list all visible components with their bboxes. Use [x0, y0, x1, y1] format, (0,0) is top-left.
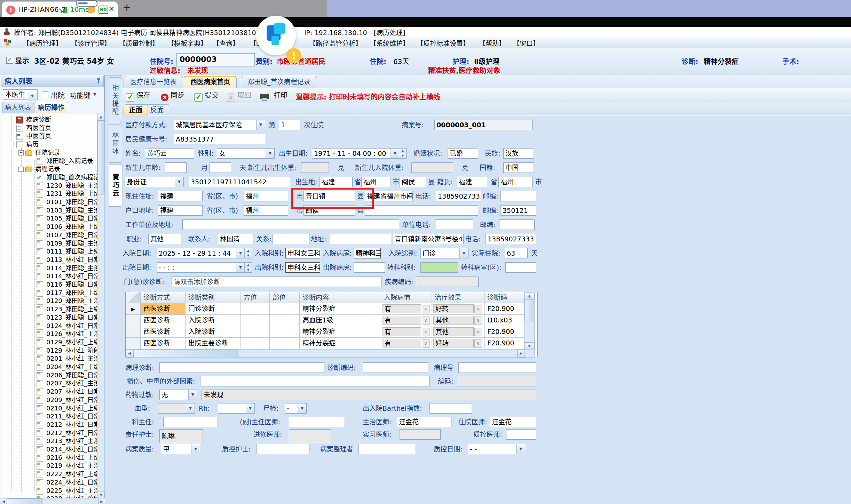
vtab-reminders[interactable]: 相关提醒 — [109, 77, 122, 123]
tree-item[interactable]: 0116_郑田聪_日常 — [1, 280, 97, 289]
tree-item[interactable]: 西医首页 — [1, 124, 97, 132]
nationality-field[interactable]: 中国 — [503, 162, 534, 173]
id-type-select[interactable]: 身份证▼ — [125, 177, 184, 187]
menu-item-4[interactable]: 【查询】 — [213, 38, 239, 48]
table-cell[interactable]: 入院诊断 — [186, 326, 241, 338]
outpatient-diag-field[interactable]: 请双击添加诊断 — [172, 277, 382, 287]
payment-select[interactable]: 城镇居民基本医疗保险▼ — [174, 120, 265, 130]
tree-item[interactable]: −病历 — [1, 140, 97, 149]
table-cell[interactable] — [241, 338, 270, 349]
phone2-field[interactable]: 13859027333 — [486, 234, 536, 244]
tab-first-course-record[interactable]: 郑田聪_首次病程记录 — [241, 76, 317, 88]
table-header-4[interactable]: 诊断内容 — [300, 292, 381, 303]
dis-ward-field[interactable] — [354, 262, 385, 273]
table-cell[interactable]: 西医诊断 — [141, 326, 186, 338]
id-no-field[interactable]: 350121197111041542 — [189, 177, 290, 187]
tree-item[interactable]: 0212_林小红_日常 — [1, 421, 97, 429]
dis-date-field[interactable]: - - : : ▼ ▲▼ — [157, 262, 252, 273]
tree-item[interactable]: 0212_林小红_日常 — [1, 429, 97, 437]
injury-field[interactable] — [200, 376, 430, 386]
chevron-down-icon[interactable]: ∨ — [474, 305, 482, 313]
tab-record-ops[interactable]: 病历操作 — [34, 102, 68, 113]
tree-item[interactable]: 0105_郑田聪_日常 — [1, 214, 97, 223]
record-quality-select[interactable]: 甲▼ — [161, 444, 200, 454]
table-cell[interactable]: 西医诊断 — [141, 303, 186, 315]
hd-badge[interactable]: HD — [99, 6, 108, 14]
tree-item[interactable]: 0209_林小红_日常 — [1, 396, 97, 404]
table-vscroll-thumb[interactable] — [525, 300, 534, 321]
zip2-field[interactable]: 350121 — [501, 205, 536, 216]
print-button[interactable]: 打印 — [260, 90, 287, 101]
cur-city-field[interactable]: 福州 — [244, 191, 288, 201]
menu-item-0[interactable]: 【病历管理】 — [23, 38, 62, 48]
menu-item-6[interactable]: 【路径监管分析】 — [309, 38, 362, 48]
tab-patient-list[interactable]: 病人列表 — [2, 102, 34, 113]
tree-item[interactable]: 0201_林小红_主治 — [1, 354, 97, 363]
fnkeys-button[interactable]: 功能键 — [70, 90, 90, 100]
tree-item[interactable]: 0113_林小红_日常 — [1, 256, 97, 264]
table-header-5[interactable]: 入院病情 — [381, 292, 432, 303]
phone1-field[interactable]: 13859027333 — [436, 191, 481, 201]
transfer-ward-field[interactable] — [505, 262, 536, 273]
gender-select[interactable]: 女▼ — [217, 148, 275, 159]
table-cell[interactable]: 高血压1级 — [300, 315, 381, 326]
blood-select[interactable]: ▼ — [158, 403, 195, 414]
tree-item[interactable]: 0114_郑田聪_主治 — [1, 264, 97, 272]
birthplace-prov-field[interactable]: 福建 — [320, 177, 353, 187]
deputy-field[interactable] — [289, 417, 345, 427]
organizer-field[interactable] — [358, 444, 416, 454]
adm-count-field[interactable]: 1 — [279, 120, 300, 130]
table-header-0[interactable]: 诊断方式 — [141, 292, 186, 303]
resident-field[interactable]: 汪金花 — [490, 417, 536, 427]
scroll-up-icon[interactable]: ▲ — [524, 292, 535, 300]
scroll-right-icon[interactable]: ▶ — [98, 498, 105, 504]
newborn-aw-field[interactable] — [411, 162, 453, 173]
job-field[interactable]: 其他 — [148, 234, 181, 244]
table-cell[interactable]: 西医诊断 — [141, 315, 186, 326]
show-checkbox[interactable] — [6, 57, 13, 64]
table-cell[interactable] — [241, 315, 270, 326]
row-selector-cell[interactable] — [126, 315, 141, 326]
effect-select[interactable]: 好转 — [433, 339, 474, 347]
tree-item[interactable]: −病程记录 — [1, 165, 97, 173]
table-cell[interactable] — [270, 315, 300, 326]
injury-code-field[interactable] — [457, 376, 536, 386]
table-header-1[interactable]: 诊断类别 — [186, 292, 241, 303]
chevron-down-icon[interactable]: ∨ — [422, 328, 430, 336]
intern-field[interactable] — [400, 429, 441, 440]
health-card-field[interactable]: A83351377 — [174, 134, 265, 144]
table-cell[interactable] — [270, 338, 300, 349]
row-selector-cell[interactable] — [126, 326, 141, 338]
row-selector-cell[interactable]: ▶ — [126, 303, 141, 315]
scroll-left-icon[interactable]: ◀ — [126, 349, 133, 358]
diag-code-cell[interactable]: I10.x03 — [484, 315, 524, 326]
effect-select[interactable]: 其他 — [433, 316, 474, 325]
tree-item[interactable]: 0126_林小红_主治 — [1, 330, 97, 338]
tab-medical-info-overview[interactable]: 医疗信息一览表 — [124, 76, 183, 88]
attending-field[interactable]: 汪金花 — [397, 417, 451, 427]
tree-item[interactable]: 0214_林小红_日常 — [1, 445, 97, 454]
menu-item-10[interactable]: 【窗口】 — [513, 38, 539, 48]
diag-code-cell[interactable]: F20.900 — [484, 338, 524, 349]
tree-item[interactable]: 1230_郑田聪_主治 — [1, 182, 97, 190]
tree-item[interactable]: 0124_林小红_日常 — [1, 322, 97, 330]
trainee-field[interactable] — [289, 429, 331, 443]
table-cell[interactable] — [270, 303, 300, 315]
tree-vscroll-thumb[interactable] — [97, 121, 104, 194]
table-cell[interactable]: 入院诊断 — [186, 315, 241, 326]
tree-item[interactable]: 中医首页 — [1, 132, 97, 140]
native-prov-field[interactable]: 福建 — [457, 177, 487, 187]
menu-item-8[interactable]: 【质控标准设置】 — [417, 38, 470, 48]
work-addr-field[interactable] — [182, 219, 399, 230]
newborn-age-month-field[interactable] — [165, 162, 187, 173]
table-cell[interactable]: 门诊诊断 — [186, 303, 241, 315]
submit-button[interactable]: ✔提交 — [194, 90, 219, 101]
native-city-field[interactable]: 福州 — [498, 177, 533, 187]
tree-item[interactable]: 0109_郑田聪_主治 — [1, 239, 97, 248]
diag-code-cell[interactable]: F20.900 — [484, 303, 524, 315]
table-hscroll-thumb[interactable] — [133, 350, 238, 357]
newborn-age-day-field[interactable] — [210, 162, 231, 173]
vtab-patient-huangqiaoyun[interactable]: 黄巧云 — [109, 164, 123, 207]
doctor-filter-select[interactable]: 本医生▼ — [3, 89, 38, 100]
tree-item[interactable]: 0207_林小红_主治 — [1, 379, 97, 387]
